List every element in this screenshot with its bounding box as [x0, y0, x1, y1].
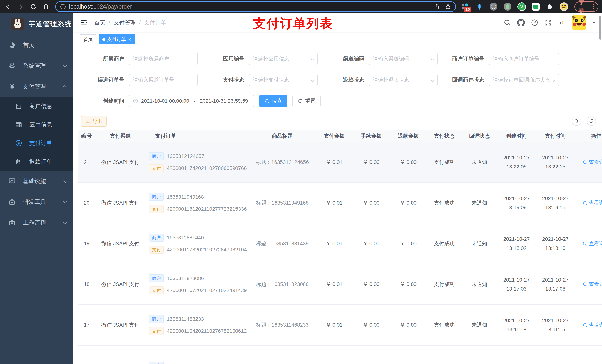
app-no-select[interactable]: 请选择应用信息 — [249, 53, 318, 65]
channel-code-select[interactable]: 请输入渠道编码 — [369, 53, 438, 65]
table-body: 21 微信 JSAPI 支付 商户 1635312124657 支付 42000… — [78, 142, 602, 364]
extension-gem-icon[interactable] — [475, 2, 484, 11]
url-bar[interactable]: localhost:1024/pay/order — [55, 1, 456, 12]
breadcrumb-current: 支付订单 — [144, 19, 166, 26]
sidebar-item-workflow[interactable]: 工作流程 — [0, 212, 73, 233]
profile-emoji-icon[interactable] — [559, 2, 568, 11]
extension-icons: 10 ⌘ V — [461, 2, 568, 11]
sidebar-item-pay-order[interactable]: ¥ 支付订单 — [0, 134, 73, 152]
extension-recorder-icon[interactable] — [503, 2, 512, 11]
browser-update-button[interactable]: 更新 — [574, 1, 598, 12]
pay-time-cell: 2021-10-2713:17:08 — [536, 276, 575, 292]
merchant-order-no-input[interactable] — [493, 56, 555, 62]
table-row: 21 微信 JSAPI 支付 商户 1635312124657 支付 42000… — [78, 142, 602, 183]
reset-button[interactable]: 重置 — [292, 95, 321, 107]
notify-status-cell: 未通知 — [462, 240, 497, 247]
filter-refund-status: 退款状态 请选择退款状态 — [318, 74, 438, 86]
pay-order-cell: 商户 1635311251796 支付 — [147, 362, 249, 364]
fee-amount-cell: ￥ 0.00 — [353, 199, 390, 207]
pay-time-cell: 2021-10-2713:22:15 — [536, 154, 575, 170]
product-title-cell: 标题：1635311949168 — [249, 199, 316, 207]
font-size-icon[interactable]: тT — [558, 19, 566, 27]
create-time-cell: 2021-10-2713:19:09 — [497, 195, 536, 211]
extension-grid-icon[interactable]: 10 — [461, 2, 470, 11]
user-avatar[interactable] — [572, 15, 586, 30]
pay-channel-cell: 微信 JSAPI 支付 — [94, 199, 147, 207]
header-search-icon[interactable] — [503, 19, 511, 27]
extension-vue-devtools-icon[interactable]: V — [517, 2, 526, 11]
breadcrumb: 首页 / 支付管理 / 支付订单 — [94, 19, 166, 26]
view-detail-link[interactable]: 查看详情 — [582, 199, 602, 207]
browser-reload-button[interactable] — [29, 2, 38, 11]
table-row: 18 微信 JSAPI 支付 商户 1635311823086 支付 42000… — [78, 264, 602, 305]
create-time-cell: 2021-10-2713:17:03 — [497, 276, 536, 292]
tab-pay-order[interactable]: 支付订单 × — [99, 34, 135, 44]
pay-tag: 支付 — [149, 327, 164, 335]
share-icon[interactable] — [434, 3, 440, 10]
filter-pay-status: 支付状态 请选择支付状态 — [198, 74, 318, 86]
sidebar-item-infra[interactable]: 基础设施 — [0, 171, 73, 192]
sidebar-item-system[interactable]: ⚙ 系统管理 — [0, 55, 73, 76]
extension-chat-icon[interactable] — [531, 2, 540, 11]
browser-back-button[interactable] — [4, 2, 13, 11]
channel-order-no-input[interactable] — [133, 77, 194, 83]
export-button[interactable]: 导出 — [81, 116, 107, 126]
search-button[interactable]: 搜索 — [259, 95, 287, 107]
view-detail-link[interactable]: 查看详情 — [582, 240, 602, 247]
refresh-table-button[interactable] — [587, 116, 596, 126]
help-icon[interactable] — [531, 19, 539, 27]
chevron-down-icon — [430, 57, 434, 61]
tab-home[interactable]: 首页 — [80, 34, 97, 44]
app-logo: 芋道管理系统 — [0, 13, 73, 35]
product-title-cell: 标题：1635312124656 — [249, 158, 316, 166]
extensions-puzzle-icon[interactable] — [546, 2, 554, 11]
merchant-input[interactable] — [133, 56, 194, 62]
sidebar-item-refund-order[interactable]: 退款订单 — [0, 152, 73, 171]
browser-menu-dots-icon[interactable] — [593, 4, 594, 9]
page-scrollbar-thumb[interactable] — [599, 16, 602, 40]
create-time-cell: 2021-10-2713:11:08 — [497, 317, 536, 333]
view-detail-link[interactable]: 查看详情 — [582, 158, 602, 166]
action-cell: 查看详情 — [575, 240, 602, 247]
pay-status-select[interactable]: 请选择支付状态 — [249, 74, 318, 86]
svg-text:¥: ¥ — [18, 141, 20, 145]
browser-chrome: localhost:1024/pay/order 10 ⌘ V 更新 — [0, 0, 602, 13]
sidebar-collapse-icon[interactable] — [80, 19, 88, 27]
date-range-input[interactable]: 2021-10-01 00:00:00 - 2021-10-31 23:59:5… — [129, 95, 254, 107]
avatar-caret-down-icon[interactable] — [592, 22, 596, 25]
action-cell: 查看详情 — [575, 281, 602, 288]
sidebar-item-app-info[interactable]: 应用信息 — [0, 115, 73, 134]
chevron-down-icon — [63, 199, 67, 203]
extension-command-icon[interactable]: ⌘ — [489, 2, 498, 11]
view-detail-link[interactable]: 查看详情 — [582, 281, 602, 288]
refund-amount-cell: ￥ 0.00 — [390, 281, 427, 288]
bookmark-star-icon[interactable] — [445, 3, 451, 10]
site-info-icon[interactable] — [60, 3, 66, 10]
toggle-search-button[interactable] — [572, 116, 581, 126]
notify-status-select[interactable]: 请选择订单回调商户状态 — [489, 74, 559, 86]
sidebar-item-merchant-info[interactable]: 商户信息 — [0, 97, 73, 115]
filter-channel-order-no: 渠道订单号 — [78, 74, 198, 86]
sidebar-item-pay[interactable]: ¥ 支付管理 — [0, 76, 73, 97]
view-detail-link[interactable]: 查看详情 — [582, 321, 602, 329]
active-dot-icon — [102, 38, 105, 41]
sidebar-item-dev-tools[interactable]: 研发工具 — [0, 192, 73, 212]
action-cell: 查看详情 — [575, 199, 602, 207]
breadcrumb-home[interactable]: 首页 — [94, 19, 105, 26]
tab-close-icon[interactable]: × — [128, 37, 131, 42]
browser-forward-button[interactable] — [16, 2, 25, 11]
browser-home-button[interactable] — [42, 2, 50, 11]
shop-icon — [15, 103, 22, 110]
chevron-down-icon — [430, 78, 434, 82]
pay-tag: 支付 — [149, 164, 164, 172]
breadcrumb-pay[interactable]: 支付管理 — [113, 19, 136, 26]
sidebar: 芋道管理系统 首页 ⚙ 系统管理 ¥ 支付管理 商户信息 — [0, 13, 73, 364]
refund-status-select[interactable]: 请选择退款状态 — [369, 74, 438, 86]
yen-circle-icon: ¥ — [15, 139, 22, 147]
pay-time-cell: 2021-10-2713:11:15 — [536, 317, 575, 333]
fullscreen-icon[interactable] — [544, 19, 552, 27]
github-icon[interactable] — [517, 19, 525, 27]
sidebar-item-home[interactable]: 首页 — [0, 35, 73, 55]
pay-tag: 支付 — [149, 246, 164, 254]
filter-channel-code: 渠道编码 请输入渠道编码 — [318, 53, 438, 65]
